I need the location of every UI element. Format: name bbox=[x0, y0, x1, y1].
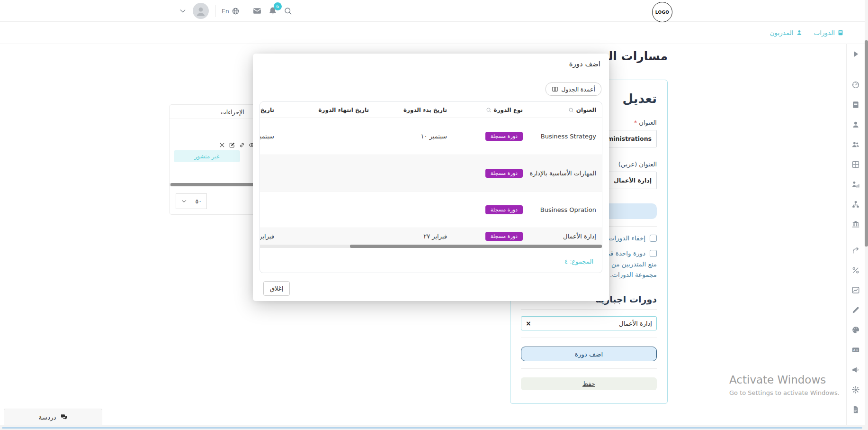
chart-line-icon[interactable] bbox=[851, 286, 860, 294]
gear-icon[interactable] bbox=[851, 385, 860, 394]
sitemap-icon[interactable] bbox=[851, 200, 860, 209]
bottom-scrollbar[interactable] bbox=[0, 425, 868, 430]
book-icon bbox=[837, 29, 844, 36]
svg-text:A: A bbox=[853, 348, 856, 352]
course-type-cell: دورة مسجلة bbox=[453, 232, 528, 241]
gauge-icon[interactable] bbox=[851, 81, 860, 89]
nav-tab-courses[interactable]: الدورات bbox=[814, 29, 844, 37]
modal-title: اضف دورة bbox=[569, 60, 600, 68]
page-size-value: ٥٠ bbox=[196, 198, 202, 205]
globe-icon bbox=[232, 7, 240, 15]
table-total: المجموع: ٤ bbox=[564, 258, 593, 265]
link-icon[interactable] bbox=[239, 142, 245, 148]
search-icon[interactable] bbox=[486, 107, 492, 113]
play-icon[interactable] bbox=[851, 50, 860, 58]
column-header: تاريخ بدء ا bbox=[260, 107, 280, 113]
search-icon[interactable] bbox=[284, 7, 292, 15]
single-course-checkbox[interactable] bbox=[650, 250, 657, 257]
start-date-cell: فبراير ٢٧ bbox=[375, 233, 453, 240]
course-type-cell: دورة مسجلة bbox=[453, 132, 528, 141]
chat-label: دردشة bbox=[38, 413, 56, 421]
save-button[interactable]: حفظ bbox=[521, 377, 657, 390]
topbar-user-cluster: En 6 bbox=[179, 0, 292, 22]
single-course-label: دورة واحدة في bbox=[605, 249, 645, 257]
icon-sidebar: Ax bbox=[846, 44, 865, 425]
user-icon bbox=[195, 6, 207, 18]
divider bbox=[521, 338, 657, 338]
column-header: العنوان bbox=[528, 107, 602, 113]
bottom-scrollbar-thumb[interactable] bbox=[2, 427, 862, 429]
logo[interactable]: LOGO bbox=[652, 2, 672, 22]
edit-icon[interactable] bbox=[229, 142, 235, 148]
table-row[interactable]: المهارات الأساسية بالإدارةدورة مسجلة bbox=[260, 155, 602, 191]
table-row[interactable]: Business Strategyدورة مسجلةسبتمبر ١٠سبتم… bbox=[260, 118, 602, 155]
avatar[interactable] bbox=[193, 3, 209, 19]
vertical-scrollbar[interactable] bbox=[865, 0, 868, 425]
add-course-button[interactable]: اضف دورة bbox=[521, 347, 657, 361]
windows-watermark: Activate Windows Go to Settings to activ… bbox=[729, 374, 840, 396]
table-row[interactable]: إدارة الأعمالدورة مسجلةفبراير ٢٧فبراير ٢… bbox=[260, 228, 602, 245]
people-icon[interactable] bbox=[851, 140, 860, 149]
arrow-up-icon[interactable] bbox=[851, 246, 860, 255]
translate-icon[interactable]: Ax bbox=[851, 346, 860, 354]
course-title-cell: Business Strategy bbox=[528, 133, 602, 140]
course-title-cell: Business Opration bbox=[528, 206, 602, 213]
language-label: En bbox=[222, 8, 229, 15]
actions-column-header: الإجراءات bbox=[221, 109, 244, 116]
column-header: تاريخ بدء الدورة bbox=[375, 107, 453, 113]
nav-tab-trainers[interactable]: المدربون bbox=[770, 29, 803, 37]
person-icon[interactable] bbox=[851, 120, 860, 129]
grid-icon[interactable] bbox=[851, 160, 860, 169]
hide-courses-checkbox[interactable] bbox=[650, 235, 657, 242]
nav-tab-trainers-label: المدربون bbox=[770, 29, 794, 37]
registration-start-cell: فبراير ٢٧ bbox=[260, 233, 280, 240]
course-title-cell: المهارات الأساسية بالإدارة bbox=[528, 170, 602, 177]
modal-close-button[interactable]: إغلاق bbox=[263, 281, 290, 296]
table-header-row: العنواننوع الدورةتاريخ بدء الدورةتاريخ ا… bbox=[260, 102, 602, 118]
divider bbox=[246, 5, 246, 17]
course-type-badge: دورة مسجلة bbox=[485, 132, 523, 141]
chat-button[interactable]: دردشة bbox=[4, 409, 102, 425]
table-columns-button[interactable]: أعمدة الجدول bbox=[546, 82, 601, 96]
mandatory-course-tag: إدارة الأعمال × bbox=[521, 316, 657, 330]
divider bbox=[215, 5, 215, 17]
divider bbox=[521, 368, 657, 369]
page-size-select[interactable]: ٥٠ bbox=[176, 193, 207, 209]
table-horizontal-scrollbar[interactable] bbox=[260, 245, 602, 248]
svg-text:x: x bbox=[856, 348, 858, 352]
palette-icon[interactable] bbox=[851, 326, 860, 334]
columns-icon bbox=[552, 86, 558, 92]
notifications-button[interactable]: 6 bbox=[268, 6, 277, 16]
close-icon[interactable] bbox=[219, 142, 225, 148]
pencil-icon[interactable] bbox=[851, 306, 860, 314]
row-action-icons bbox=[219, 142, 255, 148]
person-icon bbox=[796, 29, 803, 36]
course-type-cell: دورة مسجلة bbox=[453, 205, 528, 214]
table-body: Business Strategyدورة مسجلةسبتمبر ١٠سبتم… bbox=[260, 118, 602, 245]
bank-icon[interactable] bbox=[851, 220, 860, 229]
scrollbar-thumb[interactable] bbox=[350, 245, 602, 248]
percent-icon[interactable] bbox=[851, 266, 860, 274]
document-icon[interactable] bbox=[851, 405, 860, 414]
chevron-down-icon[interactable] bbox=[179, 7, 187, 15]
remove-tag-icon[interactable]: × bbox=[526, 320, 531, 327]
table-row[interactable]: Business Oprationدورة مسجلة bbox=[260, 191, 602, 228]
megaphone-icon[interactable] bbox=[851, 366, 860, 374]
course-type-badge: دورة مسجلة bbox=[485, 169, 523, 178]
search-icon[interactable] bbox=[568, 107, 574, 113]
status-badge: غير منشور bbox=[174, 150, 240, 162]
top-bar: En 6 LOGO bbox=[0, 0, 868, 22]
registration-start-cell: سبتمبر ١٠ bbox=[260, 133, 280, 140]
course-type-badge: دورة مسجلة bbox=[485, 232, 523, 241]
book-icon[interactable] bbox=[851, 101, 860, 109]
person-chart-icon[interactable] bbox=[851, 180, 860, 189]
mail-icon[interactable] bbox=[252, 6, 262, 16]
course-type-badge: دورة مسجلة bbox=[485, 205, 523, 214]
start-date-cell: سبتمبر ١٠ bbox=[375, 133, 453, 140]
language-switcher[interactable]: En bbox=[222, 7, 240, 15]
vertical-scrollbar-thumb[interactable] bbox=[865, 40, 868, 247]
notification-count-badge: 6 bbox=[274, 2, 282, 10]
nav-tabs: الدورات المدربون bbox=[770, 22, 844, 44]
nav-tab-courses-label: الدورات bbox=[814, 29, 835, 37]
column-header: تاريخ انتهاء الدورة bbox=[280, 107, 375, 113]
